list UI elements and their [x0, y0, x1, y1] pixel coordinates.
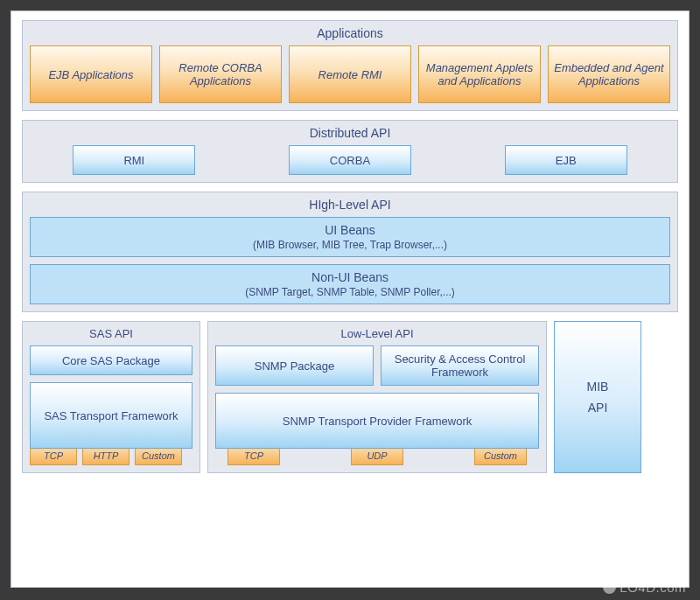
distributed-api-layer: Distributed API RMI CORBA EJB	[22, 120, 678, 183]
nonui-beans-title: Non-UI Beans	[38, 270, 662, 284]
sas-core-pkg: Core SAS Package	[30, 345, 192, 375]
mib-l1: MIB	[587, 380, 609, 394]
bottom-row: SAS API Core SAS Package SAS Transport F…	[22, 321, 678, 473]
low-pkg-row: SNMP Package Security & Access Control F…	[215, 345, 539, 386]
mib-api: MIB API	[554, 321, 641, 473]
dist-rmi: RMI	[73, 145, 195, 175]
watermark: LO4D.com	[603, 580, 686, 595]
high-level-api-layer: HIgh-Level API UI Beans (MIB Browser, MI…	[22, 192, 678, 312]
low-level-api-layer: Low-Level API SNMP Package Security & Ac…	[207, 321, 547, 473]
low-transport: SNMP Transport Provider Framework	[215, 393, 539, 449]
distributed-title: Distributed API	[30, 126, 670, 140]
low-sec-pkg: Security & Access Control Framework	[381, 345, 539, 386]
low-title: Low-Level API	[215, 327, 539, 340]
sas-api-layer: SAS API Core SAS Package SAS Transport F…	[22, 321, 200, 473]
app-embedded: Embedded and Agent Applications	[548, 45, 670, 103]
nonui-beans-sub: (SNMP Target, SNMP Table, SNMP Poller,..…	[38, 286, 662, 298]
sas-transport-wrap: SAS Transport Framework TCP HTTP Custom	[30, 382, 192, 465]
sas-transport: SAS Transport Framework	[30, 382, 192, 449]
ui-beans: UI Beans (MIB Browser, MIB Tree, Trap Br…	[30, 217, 670, 257]
applications-row: EJB Applications Remote CORBA Applicatio…	[30, 45, 670, 103]
architecture-diagram: Applications EJB Applications Remote COR…	[10, 10, 690, 588]
applications-layer: Applications EJB Applications Remote COR…	[22, 20, 678, 111]
app-corba: Remote CORBA Applications	[159, 45, 282, 103]
ui-beans-title: UI Beans	[38, 223, 662, 237]
app-mgmt: Management Applets and Applications	[418, 45, 541, 103]
low-transport-wrap: SNMP Transport Provider Framework TCP UD…	[215, 393, 539, 465]
distributed-row: RMI CORBA EJB	[30, 145, 670, 175]
highlevel-title: HIgh-Level API	[30, 198, 670, 212]
app-rmi: Remote RMI	[289, 45, 411, 103]
globe-icon	[603, 581, 616, 594]
app-ejb: EJB Applications	[30, 45, 152, 103]
mib-l2: API	[588, 401, 608, 415]
dist-ejb: EJB	[505, 145, 627, 175]
applications-title: Applications	[30, 26, 670, 40]
ui-beans-sub: (MIB Browser, MIB Tree, Trap Browser,...…	[38, 239, 662, 251]
watermark-text: LO4D.com	[620, 580, 686, 595]
low-snmp-pkg: SNMP Package	[215, 345, 374, 386]
nonui-beans: Non-UI Beans (SNMP Target, SNMP Table, S…	[30, 264, 670, 304]
sas-title: SAS API	[30, 327, 192, 340]
dist-corba: CORBA	[289, 145, 411, 175]
